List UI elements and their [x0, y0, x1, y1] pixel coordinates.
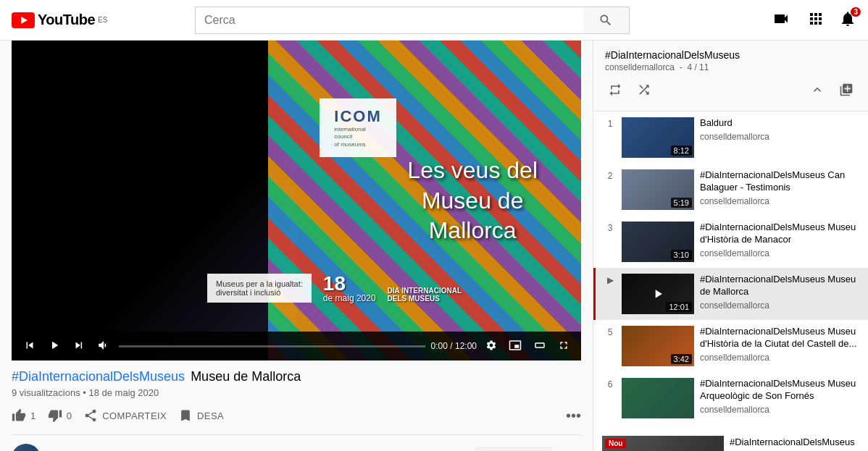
settings-button[interactable] [483, 337, 500, 356]
notifications-wrapper[interactable]: 3 [839, 10, 856, 30]
item-duration: 5:19 [671, 198, 692, 208]
item-info: #DiaInternacionalDelsMuseus Museu Arqueo… [700, 378, 859, 415]
save-button[interactable]: DESA [178, 405, 224, 426]
like-button[interactable]: 1 [12, 405, 36, 426]
item-thumbnail: 12:01 [622, 274, 694, 314]
miniplayer-button[interactable] [506, 336, 525, 357]
item-title: #DiaInternacionalDelsMuseus Museu Arqueo… [700, 378, 859, 402]
search-area [195, 7, 630, 34]
icom-title: ICOM [334, 107, 381, 126]
museus-info: Museus per a la igualtat: diversitat i i… [207, 274, 312, 303]
settings-icon [485, 340, 497, 351]
item-info: #DiaInternacionalDelsMuseus Museu d'Hist… [700, 222, 859, 258]
progress-bar[interactable] [119, 345, 425, 347]
playlist-item[interactable]: ▶ 12:01 #DiaInternacionalDelsMuseus Muse… [593, 268, 868, 320]
add-to-queue-button[interactable] [836, 80, 856, 102]
video-player[interactable]: ICOM international council of museums Le… [12, 41, 581, 361]
channel-row: conselldemallorca SUBSCRIT [12, 435, 581, 451]
dia-text: DIA INTERNACIONAL DELS MUSEUS [388, 287, 462, 303]
skip-forward-icon [72, 339, 85, 352]
volume-icon [97, 339, 110, 352]
item-channel: conselldemallorca [700, 405, 859, 415]
apps-button[interactable] [804, 7, 827, 33]
item-channel: conselldemallorca [700, 132, 859, 142]
item-title: #DiaInternacionalDelsMuseus Museu d'Hist… [700, 222, 859, 246]
video-bg-left [12, 41, 296, 361]
item-number: 2 [604, 171, 616, 181]
youtube-logo-icon [12, 12, 35, 28]
nav-right: 3 [769, 7, 856, 33]
item-number: ▶ [604, 275, 616, 285]
save-icon [178, 408, 193, 423]
upload-button[interactable] [769, 7, 793, 33]
item-thumbnail: 3:10 [622, 222, 694, 262]
collapse-button[interactable] [807, 80, 827, 102]
item-number: 6 [604, 379, 616, 389]
item-channel: conselldemallorca [700, 300, 859, 311]
item-duration: 3:42 [671, 354, 692, 364]
rec-thumbnail: Nou 2:59 [602, 436, 724, 451]
item-channel: conselldemallorca [700, 248, 859, 258]
channel-avatar-bg [12, 444, 41, 451]
apps-icon [807, 10, 825, 28]
item-info: #DiaInternacionalDelsMuseus Museu d'Hist… [700, 326, 859, 363]
museus-date: 18 de maig 2020 [323, 274, 376, 303]
item-info: Baldurd conselldemallorca [700, 117, 859, 142]
skip-back-button[interactable] [20, 336, 39, 357]
item-number: 1 [604, 119, 616, 129]
playlist-item[interactable]: 2 5:19 #DiaInternacionalDelsMuseus Can B… [593, 164, 868, 216]
recommended-video[interactable]: Nou 2:59 #DiaInternacionalDelsMuseus Fun… [593, 430, 868, 451]
bell-button[interactable] [561, 447, 581, 451]
video-title-name: Museu de Mallorca [191, 369, 301, 384]
top-navigation: YouTubeES 3 [0, 0, 868, 41]
video-hashtag[interactable]: #DiaInternacionalDelsMuseus [12, 369, 185, 384]
dislike-count: 0 [67, 410, 72, 421]
video-title-overlay: Les veus del Museu de Mallorca [407, 156, 538, 246]
search-input[interactable] [195, 7, 583, 34]
channel-avatar[interactable] [12, 444, 41, 451]
logo-area[interactable]: YouTubeES [12, 12, 107, 28]
upload-icon [772, 10, 790, 28]
item-duration: 3:10 [671, 250, 692, 260]
play-icon [48, 339, 61, 352]
loop-icon [608, 83, 622, 97]
subscribe-button[interactable]: SUBSCRIT [475, 447, 552, 451]
rec-info: #DiaInternacionalDelsMuseus Fundació Mos… [730, 436, 859, 451]
playlist-meta: conselldemallorca - 4 / 11 [605, 62, 856, 72]
thumbs-down-icon [48, 408, 62, 423]
playlist-item[interactable]: 5 3:42 #DiaInternacionalDelsMuseus Museu… [593, 320, 868, 372]
video-meta: 9 visualitzacions • 18 de maig 2020 [12, 387, 581, 398]
playlist-item[interactable]: 3 3:10 #DiaInternacionalDelsMuseus Museu… [593, 216, 868, 268]
time-display: 0:00 / 12:00 [431, 341, 477, 351]
playlist-item[interactable]: 6 #DiaInternacionalDelsMuseus Museu Arqu… [593, 372, 868, 424]
skip-forward-button[interactable] [70, 336, 88, 357]
share-button[interactable]: COMPARTEIX [83, 405, 167, 426]
icom-subtitle: international council of museums [334, 126, 381, 148]
theater-button[interactable] [530, 336, 549, 357]
museus-banner: Museus per a la igualtat: diversitat i i… [207, 274, 538, 303]
loop-button[interactable] [605, 80, 625, 102]
main-content: ICOM international council of museums Le… [0, 41, 868, 451]
item-number: 3 [604, 223, 616, 233]
item-number: 5 [604, 327, 616, 337]
like-count: 1 [30, 410, 36, 421]
video-info: #DiaInternacionalDelsMuseus Museu de Mal… [12, 361, 581, 451]
item-title: #DiaInternacionalDelsMuseus Museu de Mal… [700, 274, 859, 298]
item-duration: 12:01 [666, 302, 692, 312]
item-thumbnail: 3:42 [622, 326, 694, 366]
item-channel: conselldemallorca [700, 353, 859, 363]
video-section: ICOM international council of museums Le… [0, 41, 593, 451]
add-to-queue-icon [839, 83, 854, 97]
playlist-header: #DiaInternacionalDelsMuseus conselldemal… [593, 41, 868, 111]
playlist-item[interactable]: 1 8:12 Baldurd conselldemallorca [593, 111, 868, 164]
item-info: #DiaInternacionalDelsMuseus Museu de Mal… [700, 274, 859, 311]
dislike-button[interactable]: 0 [48, 405, 72, 426]
item-thumbnail: 8:12 [622, 117, 694, 158]
more-options-button[interactable]: ••• [566, 408, 581, 424]
volume-button[interactable] [94, 336, 113, 357]
fullscreen-button[interactable] [555, 337, 572, 356]
search-button[interactable] [583, 7, 630, 34]
shuffle-button[interactable] [634, 80, 654, 102]
miniplayer-icon [509, 339, 522, 352]
play-button[interactable] [45, 336, 64, 357]
